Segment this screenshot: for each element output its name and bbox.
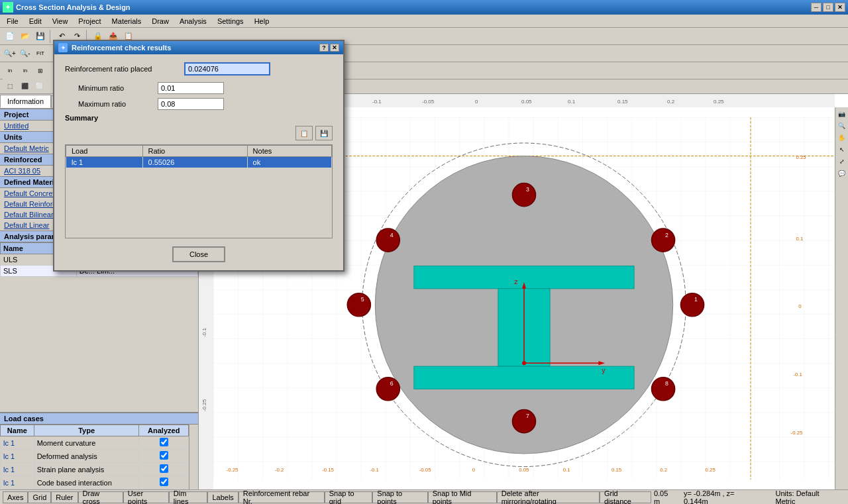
toolbar-sel1[interactable]: ⬚ [3, 79, 17, 93]
status-user-points[interactable]: User points [123, 491, 169, 503]
svg-text:1: 1 [694, 296, 698, 303]
list-item[interactable]: lc 1 Moment curvature [1, 436, 189, 450]
status-delete-mirror[interactable]: Delete after mirroring/rotating [497, 491, 600, 503]
status-snap-mid[interactable]: Snap to Mid points [428, 491, 497, 503]
material-3[interactable]: Default Linear [4, 221, 50, 229]
status-grid-distance[interactable]: Grid distance [600, 491, 651, 503]
svg-text:-0.1: -0.1 [370, 467, 378, 473]
lc-analyzed-2[interactable] [160, 464, 168, 473]
toolbar-zoom-in[interactable]: 🔍+ [3, 46, 17, 61]
grid-distance-unit: m [654, 497, 660, 505]
material-2[interactable]: Default Bilinear [4, 211, 54, 219]
lc-name-0[interactable]: lc 1 [1, 436, 34, 450]
toolbar-save[interactable]: 💾 [33, 29, 48, 44]
toolbar-new[interactable]: 📄 [3, 29, 17, 44]
lc-name-1[interactable]: lc 1 [1, 450, 34, 463]
status-axes[interactable]: Axes [3, 491, 28, 503]
ratio-placed-input[interactable] [184, 62, 270, 76]
dialog-close-x-button[interactable]: ✕ [330, 44, 339, 52]
toolbar-sel2[interactable]: ⬛ [17, 79, 32, 93]
right-mini-toolbar: 📷 🔍 ✋ ↖ ⤢ 💬 [835, 107, 848, 489]
tab-information[interactable]: Information [0, 95, 51, 108]
svg-point-34 [680, 293, 704, 317]
dialog-close-button[interactable]: Close [172, 246, 225, 262]
svg-text:-0.05: -0.05 [419, 467, 431, 473]
toolbar-in1[interactable]: in [3, 64, 17, 78]
svg-text:0.1: 0.1 [568, 99, 576, 105]
menu-help[interactable]: Help [249, 16, 275, 26]
menu-view[interactable]: View [47, 16, 74, 26]
results-table-scroll[interactable]: Load Ratio Notes lc 1 0.55026 ok [66, 145, 332, 238]
minimize-button[interactable]: ─ [811, 3, 822, 12]
maximize-button[interactable]: □ [823, 3, 833, 12]
menu-materials[interactable]: Materials [107, 16, 147, 26]
result-ratio-0: 0.55026 [142, 157, 247, 168]
arrow-icon[interactable]: ↖ [837, 144, 847, 155]
menu-project[interactable]: Project [73, 16, 106, 26]
export-save-button[interactable]: 💾 [315, 126, 333, 140]
close-button[interactable]: ✕ [835, 3, 845, 12]
load-col-name: Name [1, 425, 34, 436]
table-row[interactable]: lc 1 0.55026 ok [66, 157, 332, 168]
project-value[interactable]: Untitled [4, 122, 28, 130]
lc-analyzed-1[interactable] [160, 451, 168, 460]
reinforcement-check-dialog[interactable]: ✦ Reinforcement check results ? ✕ Reinfo… [53, 40, 344, 272]
svg-point-44 [376, 378, 399, 401]
message-icon[interactable]: 💬 [837, 168, 847, 179]
toolbar-in2[interactable]: in [18, 64, 32, 78]
lc-analyzed-0[interactable] [160, 438, 168, 446]
toolbar-sel3[interactable]: ⬜ [32, 79, 46, 93]
svg-text:z: z [514, 277, 517, 285]
dialog-icon: ✦ [58, 43, 68, 52]
camera-icon[interactable]: 📷 [837, 109, 847, 119]
load-cases-section: Load cases Name Type Analyzed [0, 412, 198, 489]
status-rebar-nr[interactable]: Reinforcement rebar Nr. [238, 491, 325, 503]
svg-text:-0.1: -0.1 [201, 328, 207, 337]
results-col-load: Load [66, 146, 143, 157]
results-table: Load Ratio Notes lc 1 0.55026 ok [66, 145, 332, 168]
status-snap-points[interactable]: Snap to points [372, 491, 427, 503]
menu-settings[interactable]: Settings [212, 16, 249, 26]
toolbar-fit[interactable]: FIT [33, 46, 48, 61]
export-copy-button[interactable]: 📋 [295, 126, 313, 140]
toolbar-open[interactable]: 📂 [18, 29, 32, 44]
lc-analyzed-3[interactable] [160, 478, 168, 486]
lc-name-3[interactable]: lc 1 [1, 476, 34, 489]
units-value[interactable]: Default Metric [4, 144, 49, 152]
svg-point-48 [651, 378, 674, 401]
svg-text:0.2: 0.2 [660, 467, 667, 473]
load-cases-header: Load cases [0, 413, 198, 425]
app-icon: ✦ [3, 2, 13, 13]
zoom-icon[interactable]: 🔍 [837, 121, 847, 131]
list-item[interactable]: lc 1 Deformed analysis [1, 450, 189, 463]
pan-icon[interactable]: ✋ [837, 132, 847, 143]
svg-text:0: 0 [798, 303, 802, 309]
toolbar-snap1[interactable]: ⊞ [33, 64, 48, 78]
menu-file[interactable]: File [1, 16, 24, 26]
status-labels[interactable]: Labels [207, 491, 238, 503]
status-grid[interactable]: Grid [28, 491, 51, 503]
load-cases-table: Name Type Analyzed lc 1 Moment curvature [0, 425, 189, 489]
list-item[interactable]: lc 1 Code based interaction [1, 476, 189, 489]
reinforced-value[interactable]: ACI 318 05 [4, 167, 40, 175]
status-dim-lines[interactable]: Dim lines [169, 491, 208, 503]
svg-text:6: 6 [390, 380, 394, 387]
load-cases-scrollbar[interactable] [189, 425, 198, 489]
status-draw-cross[interactable]: Draw cross [78, 491, 123, 503]
toolbar-zoom-out[interactable]: 🔍- [18, 46, 32, 61]
dialog-help-button[interactable]: ? [319, 44, 329, 52]
menu-draw[interactable]: Draw [146, 16, 174, 26]
status-snap-grid[interactable]: Snap to grid [325, 491, 373, 503]
results-col-ratio: Ratio [142, 146, 247, 157]
status-ruler[interactable]: Ruler [51, 491, 78, 503]
ratio-placed-row: Reinforcement ratio placed [65, 62, 333, 76]
lc-name-2[interactable]: lc 1 [1, 463, 34, 476]
results-table-wrap: Load Ratio Notes lc 1 0.55026 ok [65, 144, 333, 238]
menu-edit[interactable]: Edit [24, 16, 47, 26]
resize-icon[interactable]: ⤢ [837, 156, 847, 167]
material-0[interactable]: Default Concrete [4, 189, 59, 197]
menu-analysis[interactable]: Analysis [174, 16, 212, 26]
svg-text:-0.2: -0.2 [275, 467, 284, 473]
dialog-buttons: Close [65, 246, 333, 262]
list-item[interactable]: lc 1 Strain plane analysis [1, 463, 189, 476]
